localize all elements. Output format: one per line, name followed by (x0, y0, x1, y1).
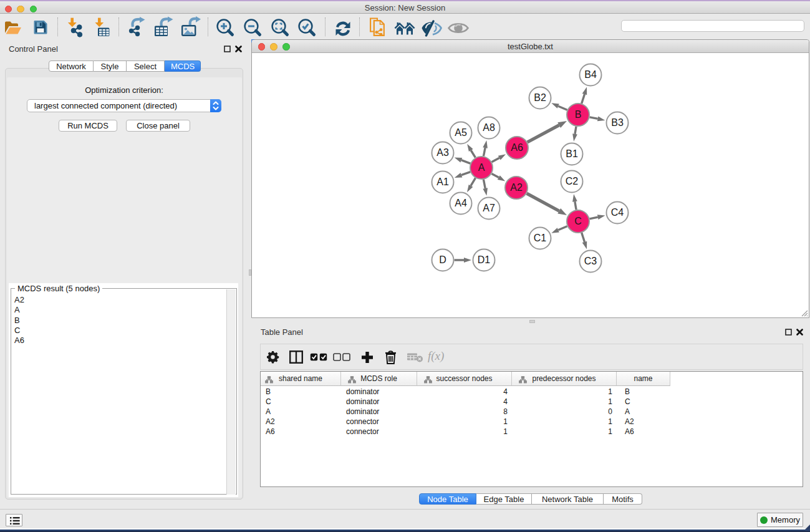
svg-text:A6: A6 (511, 142, 523, 153)
svg-text:A: A (478, 162, 485, 173)
svg-text:C1: C1 (534, 233, 547, 243)
svg-text:D: D (439, 254, 446, 265)
svg-text:B2: B2 (534, 92, 546, 103)
svg-text:B4: B4 (584, 69, 597, 80)
svg-text:A4: A4 (455, 198, 467, 208)
svg-text:B3: B3 (611, 117, 624, 128)
svg-text:A3: A3 (436, 147, 449, 158)
svg-text:A8: A8 (483, 122, 495, 133)
svg-text:D1: D1 (478, 254, 491, 265)
svg-text:A1: A1 (436, 177, 449, 187)
svg-text:A7: A7 (483, 203, 495, 213)
svg-text:A2: A2 (510, 182, 523, 193)
svg-text:C: C (574, 216, 582, 226)
svg-text:B1: B1 (566, 148, 578, 159)
svg-text:C4: C4 (611, 207, 624, 218)
svg-text:B: B (575, 109, 582, 120)
svg-text:A5: A5 (455, 127, 467, 138)
svg-text:C3: C3 (584, 256, 597, 266)
svg-text:C2: C2 (566, 176, 579, 186)
